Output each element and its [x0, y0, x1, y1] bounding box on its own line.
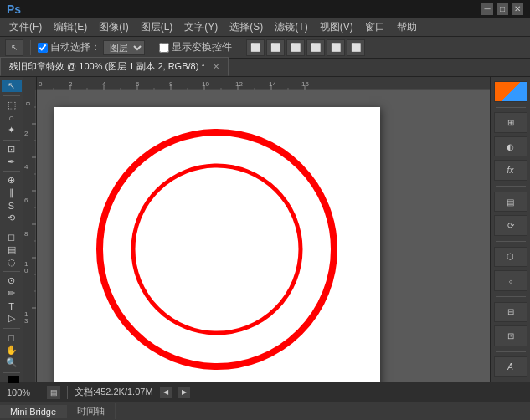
auto-select-input[interactable]	[38, 43, 48, 53]
tool-sep-6	[3, 328, 20, 329]
maximize-button[interactable]: □	[497, 3, 508, 15]
menu-item-l[interactable]: 图层(L)	[135, 18, 179, 36]
shape-tool[interactable]: □	[2, 332, 22, 344]
options-sep-1	[30, 40, 31, 55]
path-select-tool[interactable]: ▷	[2, 313, 22, 325]
dodge-tool[interactable]: ⊙	[2, 275, 22, 287]
crop-tool[interactable]: ⊡	[2, 143, 22, 155]
svg-text:4: 4	[102, 80, 106, 88]
text-tool[interactable]: T	[2, 300, 22, 312]
char-btn[interactable]: A	[494, 356, 527, 377]
right-sep-2	[496, 186, 526, 187]
marquee-tool[interactable]: ⬚	[2, 100, 22, 111]
tool-sep-3	[3, 171, 20, 172]
artwork-svg	[54, 107, 380, 382]
right-toolbar: ⊞ ◐ fx ▤ ⟳ ⬡ ⬦ ⊟ ⊡ A	[490, 77, 530, 382]
options-sep-2	[152, 40, 152, 55]
align-right-icon[interactable]: ⬜	[286, 39, 305, 56]
foreground-color[interactable]	[8, 376, 19, 383]
options-sep-3	[239, 40, 239, 55]
layers-btn[interactable]: ▤	[494, 192, 527, 213]
grid-view-btn[interactable]: ⊞	[494, 112, 527, 133]
doc-info: 文档:452.2K/1.07M	[75, 386, 153, 398]
options-bar: ↖ 自动选择： 图层 显示变换控件 ⬜ ⬜ ⬜ ⬜ ⬜ ⬜	[0, 37, 530, 59]
swatches-btn[interactable]: ⊡	[494, 325, 527, 346]
tab-close-icon[interactable]: ✕	[213, 62, 219, 71]
canvas-doc	[54, 107, 380, 382]
align-top-icon[interactable]: ⬜	[306, 39, 325, 56]
zoom-info-btn[interactable]: ▤	[47, 386, 60, 399]
minimize-button[interactable]: ─	[481, 3, 493, 15]
menu-item-f[interactable]: 文件(F)	[3, 18, 48, 36]
canvas-container	[37, 90, 490, 382]
svg-text:16: 16	[301, 80, 309, 88]
svg-text:4: 4	[24, 163, 28, 171]
title-bar: Ps ─ □ ✕	[0, 0, 530, 18]
lasso-tool[interactable]: ○	[2, 112, 22, 124]
channels-btn[interactable]: ⟳	[494, 215, 527, 236]
gradient-tool[interactable]: ▤	[2, 243, 22, 255]
menu-item-s[interactable]: 选择(S)	[224, 18, 269, 36]
tab-bar: 残旧印章特效 @ 100% (图层 1 副本 2, RGB/8) * ✕	[0, 59, 530, 77]
ruler-top: 0 2 4 6 8 10 12 14	[37, 77, 490, 90]
align-left-icon[interactable]: ⬜	[246, 39, 265, 56]
status-nav-left[interactable]: ◀	[160, 387, 172, 398]
history-btn[interactable]: ⬦	[494, 270, 527, 291]
main-area: ↖ ⬚ ○ ✦ ⊡ ✒ ⊕ ∥ S ⟲ ◻ ▤ ◌ ⊙ ✏ T ▷ □ ✋ 🔍	[0, 77, 530, 382]
auto-select-label: 自动选择：	[50, 40, 100, 54]
zoom-tool[interactable]: 🔍	[2, 357, 22, 369]
svg-text:0: 0	[39, 80, 43, 88]
menu-item-[interactable]: 窗口	[359, 18, 391, 36]
mini-bridge-tab[interactable]: Mini Bridge	[0, 405, 67, 418]
status-nav-right[interactable]: ▶	[178, 387, 190, 398]
tool-sep-7	[3, 372, 20, 373]
brush-tool[interactable]: ∥	[2, 187, 22, 199]
svg-text:3: 3	[24, 317, 28, 325]
bottom-tabs: Mini Bridge 时间轴	[0, 402, 530, 420]
menu-item-i[interactable]: 图像(I)	[93, 18, 134, 36]
transform-input[interactable]	[159, 43, 169, 53]
menu-item-t[interactable]: 滤镜(T)	[269, 18, 313, 36]
document-tab[interactable]: 残旧印章特效 @ 100% (图层 1 副本 2, RGB/8) * ✕	[0, 57, 229, 76]
pen-tool[interactable]: ✏	[2, 288, 22, 300]
fx-btn[interactable]: fx	[494, 160, 527, 181]
actions-btn[interactable]: ⊟	[494, 302, 527, 323]
menu-item-v[interactable]: 视图(V)	[314, 18, 359, 36]
hand-tool[interactable]: ✋	[2, 345, 22, 356]
svg-text:0: 0	[24, 267, 28, 274]
close-button[interactable]: ✕	[512, 3, 523, 15]
history-brush-tool[interactable]: ⟲	[2, 213, 22, 224]
color-swatch-btn[interactable]	[494, 81, 527, 102]
heal-tool[interactable]: ⊕	[2, 175, 22, 187]
move-tool[interactable]: ↖	[2, 80, 22, 92]
path-btn[interactable]: ⬡	[494, 247, 527, 268]
transform-checkbox: 显示变换控件	[159, 40, 232, 54]
tool-sep-5	[3, 271, 20, 272]
eraser-tool[interactable]: ◻	[2, 231, 22, 243]
menu-item-[interactable]: 帮助	[391, 18, 423, 36]
svg-text:14: 14	[269, 80, 276, 88]
tab-label: 残旧印章特效 @ 100% (图层 1 副本 2, RGB/8) *	[9, 61, 205, 71]
tool-sep-2	[3, 140, 20, 141]
align-center-icon[interactable]: ⬜	[266, 39, 285, 56]
window-controls: ─ □ ✕	[481, 3, 523, 15]
stamp-tool[interactable]: S	[2, 200, 22, 212]
align-middle-icon[interactable]: ⬜	[327, 39, 345, 56]
transform-label: 显示变换控件	[172, 40, 232, 54]
layer-select[interactable]: 图层	[103, 40, 145, 55]
blur-tool[interactable]: ◌	[2, 256, 22, 268]
adjustment-btn[interactable]: ◐	[494, 136, 527, 157]
status-sep-1	[67, 386, 68, 399]
magic-wand-tool[interactable]: ✦	[2, 125, 22, 136]
status-bar: 100% ▤ 文档:452.2K/1.07M ◀ ▶	[0, 382, 530, 402]
timeline-tab[interactable]: 时间轴	[67, 403, 116, 419]
menu-bar: 文件(F)编辑(E)图像(I)图层(L)文字(Y)选择(S)滤镜(T)视图(V)…	[0, 18, 530, 37]
menu-item-e[interactable]: 编辑(E)	[48, 18, 93, 36]
svg-text:2: 2	[24, 130, 28, 137]
move-tool-icon[interactable]: ↖	[5, 39, 23, 56]
svg-text:8: 8	[24, 230, 28, 238]
svg-text:0: 0	[24, 101, 32, 105]
menu-item-y[interactable]: 文字(Y)	[178, 18, 224, 36]
eyedropper-tool[interactable]: ✒	[2, 156, 22, 167]
align-bottom-icon[interactable]: ⬜	[347, 39, 365, 56]
